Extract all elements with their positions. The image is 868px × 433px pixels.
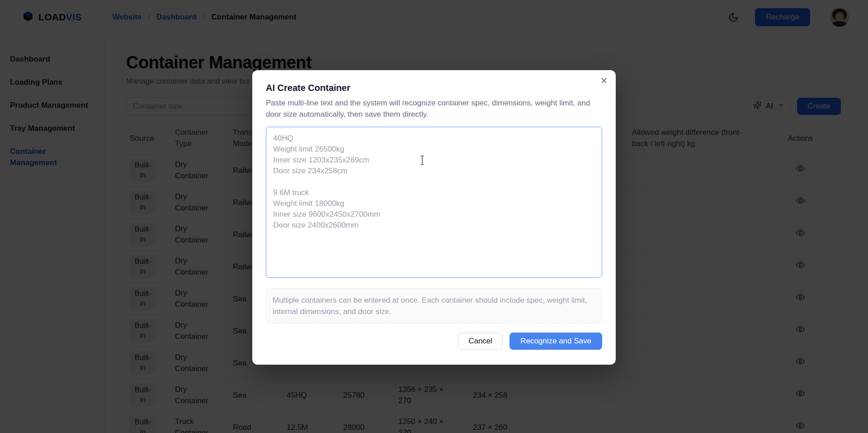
modal-description: Paste multi-line text and the system wil… — [266, 97, 602, 120]
container-text-input[interactable]: 40HQ Weight limit 26500kg Inner size 120… — [266, 127, 602, 278]
recognize-and-save-button[interactable]: Recognize and Save — [509, 333, 602, 350]
modal-title: AI Create Container — [266, 83, 602, 93]
text-cursor — [420, 155, 425, 167]
modal-hint-box: Multiple containers can be entered at on… — [266, 288, 602, 324]
app-root: LOADVIS Website / Dashboard / Container … — [0, 0, 868, 433]
cancel-button[interactable]: Cancel — [458, 333, 503, 350]
ai-create-container-modal: ✕ AI Create Container Paste multi-line t… — [252, 70, 616, 365]
modal-actions: Cancel Recognize and Save — [266, 333, 602, 350]
close-icon[interactable]: ✕ — [600, 76, 608, 85]
